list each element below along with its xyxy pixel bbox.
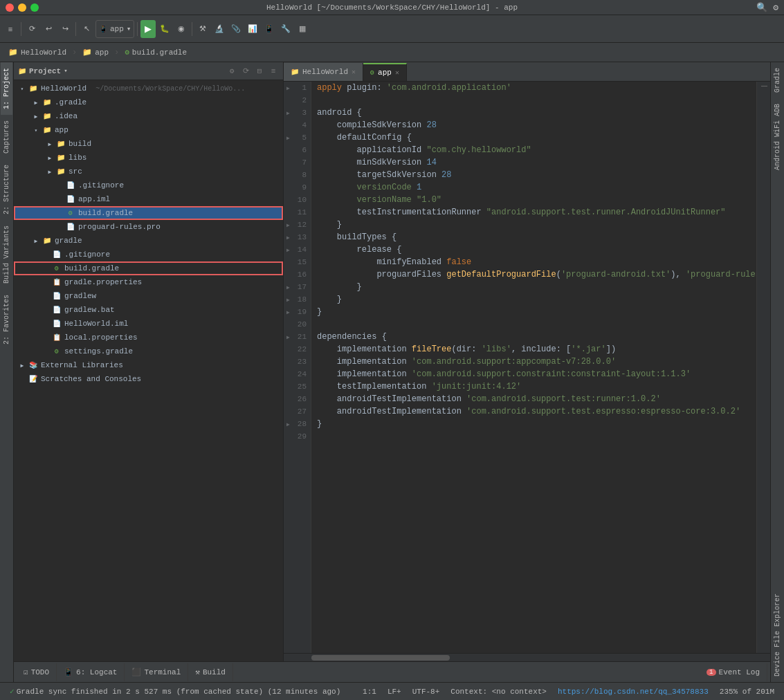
build-label: Build [203,668,226,676]
terminal-label: Terminal [144,668,181,676]
tree-buildgradle-app[interactable]: ⚙ build.gradle [14,206,283,220]
tab-icon-helloworld: 📁 [291,68,299,76]
breadcrumb-app[interactable]: 📁 app [77,48,114,57]
tab-todo[interactable]: ☑ TODO [17,663,57,681]
run-button[interactable]: ▶ [140,20,156,38]
build-variants-panel-tab[interactable]: Build Variants [1,220,12,289]
tree-helloworld-iml[interactable]: 📄 HelloWorld.iml [14,317,283,331]
breadcrumb-helloworld[interactable]: 📁 HelloWorld [3,48,72,57]
tab-close-helloworld[interactable]: ✕ [352,68,356,76]
tree-gradle-root[interactable]: ▶ 📁 gradle [14,234,283,248]
tab-close-app[interactable]: ✕ [395,68,399,77]
tree-build-dir[interactable]: ▶ 📁 build [14,137,283,151]
sdk-btn[interactable]: 🔧 [278,19,293,39]
no-arrow [54,194,65,205]
tree-gitignore-root[interactable]: 📄 .gitignore [14,248,283,261]
tree-buildgradle-root[interactable]: ⚙ build.gradle [14,261,283,275]
folder-icon: 📁 [55,166,66,177]
settings-icon[interactable]: ⚙ [773,2,778,13]
url-status[interactable]: https://blog.csdn.net/qq_34578833 [554,685,713,699]
tree-gradle-properties[interactable]: 📋 gradle.properties [14,275,283,289]
android-wifi-adb-tab[interactable]: Android WiFi ADB [771,98,784,176]
debug-button[interactable]: 🐛 [157,19,172,39]
search-icon[interactable]: 🔍 [756,2,767,13]
toolbar-sync-btn[interactable]: ⟳ [24,19,39,39]
attach-btn[interactable]: 📎 [228,19,244,39]
toolbar-undo-btn[interactable]: ↩ [41,19,56,39]
tree-scratches[interactable]: 📝 Scratches and Consoles [14,372,283,386]
tree-gradle-dir[interactable]: ▶ 📁 .gradle [14,95,283,109]
analyze-btn[interactable]: 🔬 [212,19,227,39]
dropdown-arrow-icon: ▾ [127,24,131,33]
tree-src-dir[interactable]: ▶ 📁 src [14,165,283,178]
breadcrumb-label-buildgradle: build.gradle [132,48,187,57]
project-panel-tab[interactable]: 1: Project [1,62,12,115]
sync-status-text: Gradle sync finished in 2 s 527 ms (from… [17,688,341,696]
tree-app-iml[interactable]: 📄 app.iml [14,192,283,206]
tree-app-dir[interactable]: ▾ 📁 app [14,123,283,137]
profiler-btn[interactable]: 📊 [245,19,260,39]
tree-root[interactable]: ▾ 📁 HelloWorld ~/Documents/WorkSpace/CHY… [14,82,283,95]
close-button[interactable] [6,3,14,12]
expand-arrow: ▾ [17,83,28,94]
layout-btn[interactable]: ▦ [295,19,310,39]
tab-terminal[interactable]: ⬛ Terminal [125,663,188,681]
memory-status[interactable]: 235% of 201M [715,685,778,699]
sync-status-icon: ✓ [10,687,15,696]
no-arrow [40,263,51,274]
device-file-explorer-tab[interactable]: Device File Explorer [771,588,784,682]
expand-arrow: ▶ [30,97,42,108]
code-line-7: minSdkVersion 14 [317,156,751,169]
code-editor[interactable]: apply plugin: 'com.android.application' … [311,82,756,653]
encoding-status[interactable]: UTF-8+ [408,685,444,699]
run-tests-btn[interactable]: ◉ [174,19,189,39]
tree-gradlew[interactable]: 📄 gradlew [14,289,283,303]
gradle-icon-breadcrumb: ⚙ [125,48,129,57]
line-separator[interactable]: LF+ [383,685,405,699]
tree-label: build.gradle [78,209,133,217]
zoom-button[interactable] [30,3,39,12]
line-8: 8 [284,169,311,181]
toolbar-cursor-btn[interactable]: ↖ [79,19,94,39]
tree-idea-dir[interactable]: ▶ 📁 .idea [14,109,283,123]
favorites-panel-tab[interactable]: 2: Favorites [1,289,12,350]
no-arrow [54,221,65,232]
tree-proguard[interactable]: 📄 proguard-rules.pro [14,220,283,234]
code-line-14: release { [317,243,751,256]
tree-settings-gradle[interactable]: ⚙ settings.gradle [14,344,283,358]
tab-logcat[interactable]: 📱 6: Logcat [57,663,125,681]
sync-icon[interactable]: ⟳ [240,66,251,77]
tree-local-properties[interactable]: 📋 local.properties [14,331,283,344]
app-selector[interactable]: 📱 app ▾ [95,20,134,38]
avd-btn[interactable]: 📱 [262,19,277,39]
tab-helloworld[interactable]: 📁 HelloWorld ✕ [284,63,363,81]
gear-icon[interactable]: ⚙ [226,66,237,77]
structure-panel-tab[interactable]: 2: Structure [1,159,12,220]
gradle-sync-status[interactable]: ✓ Gradle sync finished in 2 s 527 ms (fr… [6,685,345,699]
line-17: 17 [284,281,311,293]
gradle-panel-tab[interactable]: Gradle [771,62,784,98]
tree-external-libs[interactable]: ▶ 📚 External Libraries [14,358,283,372]
toolbar-menu-btn[interactable]: ≡ [3,19,18,39]
titlebar: HelloWorld [~/Documents/WorkSpace/CHY/He… [0,0,784,15]
encoding-text: UTF-8+ [412,688,440,696]
tree-libs-dir[interactable]: ▶ 📁 libs [14,151,283,165]
horizontal-scrollbar[interactable] [284,653,770,661]
context-status[interactable]: Context: <no context> [446,685,551,699]
captures-panel-tab[interactable]: Captures [1,115,12,159]
line-25: 25 [284,380,311,393]
cursor-position[interactable]: 1:1 [358,685,381,699]
minimize-button[interactable] [18,3,26,12]
h-scrollbar-thumb[interactable] [311,655,450,661]
settings-icon[interactable]: ≡ [268,66,279,77]
project-dropdown-arrow[interactable]: ▾ [64,67,67,75]
toolbar-redo-btn[interactable]: ↪ [57,19,73,39]
tree-gradlew-bat[interactable]: 📄 gradlew.bat [14,303,283,317]
build-btn[interactable]: ⚒ [195,19,210,39]
tab-app[interactable]: ⚙ app ✕ [363,63,407,81]
tab-build[interactable]: ⚒ Build [188,663,233,681]
event-log-tab[interactable]: 1 Event Log [700,663,767,681]
breadcrumb-buildgradle[interactable]: ⚙ build.gradle [119,48,192,57]
collapse-icon[interactable]: ⊟ [254,66,265,77]
tree-gitignore-app[interactable]: 📄 .gitignore [14,178,283,192]
